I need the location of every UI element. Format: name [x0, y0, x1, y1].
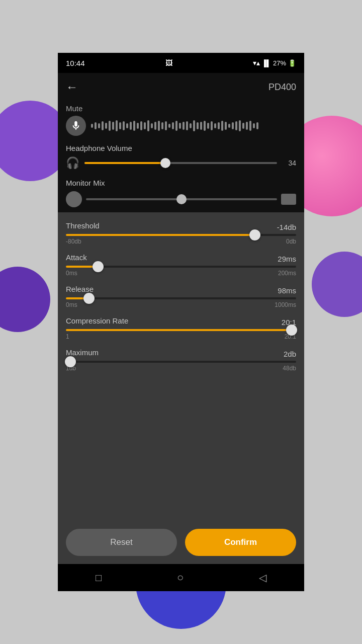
headphone-volume-section: Headphone Volume 🎧 34: [58, 141, 304, 176]
threshold-slider-container: -14db: [66, 234, 296, 236]
threshold-value: -14db: [277, 223, 296, 231]
wifi-icon: ▾▴: [253, 59, 260, 67]
attack-min: 0ms: [66, 270, 77, 277]
top-bar: ← PD400: [58, 73, 304, 101]
attack-slider-container: 29ms: [66, 266, 296, 268]
monitor-icon-1: [66, 191, 82, 207]
headphone-volume-fill: [84, 162, 165, 164]
decorative-blob-4: [312, 252, 362, 317]
compression-rate-section: Compression Rate 20:1 1 20:1: [66, 316, 296, 340]
compression-rate-thumb[interactable]: [286, 325, 297, 336]
mute-label: Mute: [66, 104, 296, 113]
release-label: Release: [66, 285, 296, 293]
monitor-mix-section: Monitor Mix: [58, 176, 304, 212]
back-button[interactable]: ←: [66, 80, 78, 94]
release-thumb[interactable]: [83, 293, 95, 304]
compression-rate-slider-container: 20:1: [66, 329, 296, 331]
headphone-volume-track[interactable]: [84, 162, 277, 164]
headphone-icon: 🎧: [66, 156, 79, 170]
phone-frame: 10:44 🖼 ▾▴ ▐▌ 27% 🔋 ← PD400 Mute: [58, 53, 304, 591]
confirm-button[interactable]: Confirm: [185, 529, 296, 556]
attack-label: Attack: [66, 253, 296, 262]
threshold-fill: [66, 234, 255, 236]
mic-icon[interactable]: [66, 116, 86, 136]
maximum-value: 2db: [284, 350, 296, 358]
release-min: 0ms: [66, 301, 77, 308]
monitor-mix-row: [66, 191, 296, 207]
signal-icon: ▐▌: [262, 59, 271, 67]
headphone-volume-row: 🎧 34: [66, 156, 296, 170]
main-panel: Threshold -14db -80db 0db Attack 29ms: [58, 212, 304, 564]
maximum-thumb[interactable]: [65, 356, 76, 367]
monitor-icon-2: [281, 194, 296, 205]
mute-bar: [66, 116, 296, 136]
compression-rate-fill: [66, 329, 292, 331]
attack-value: 29ms: [278, 255, 296, 263]
decorative-blob-2: [0, 267, 50, 332]
release-range: 0ms 1000ms: [66, 301, 296, 308]
monitor-mix-thumb[interactable]: [176, 194, 187, 204]
gallery-icon: 🖼: [165, 59, 172, 67]
mute-section: Mute: [58, 101, 304, 141]
nav-bar: □ ○ ◁: [58, 564, 304, 591]
monitor-mix-track[interactable]: [86, 198, 277, 200]
compression-rate-min: 1: [66, 333, 69, 340]
maximum-section: Maximum 2db 1db 48db: [66, 348, 296, 372]
waveform: [91, 120, 296, 131]
device-name: PD400: [268, 82, 296, 93]
headphone-volume-value: 34: [282, 159, 296, 167]
attack-section: Attack 29ms 0ms 200ms: [66, 253, 296, 277]
threshold-track[interactable]: [66, 234, 296, 236]
threshold-label: Threshold: [66, 221, 296, 230]
nav-back-button[interactable]: ◁: [259, 572, 266, 584]
release-value: 98ms: [278, 286, 296, 295]
threshold-min: -80db: [66, 238, 81, 245]
status-bar: 10:44 🖼 ▾▴ ▐▌ 27% 🔋: [58, 53, 304, 73]
battery-icon: 🔋: [288, 59, 296, 67]
attack-thumb[interactable]: [93, 261, 104, 272]
monitor-mix-label: Monitor Mix: [66, 179, 296, 187]
threshold-range: -80db 0db: [66, 238, 296, 245]
button-row: Reset Confirm: [58, 523, 304, 564]
panel-content: Threshold -14db -80db 0db Attack 29ms: [58, 212, 304, 523]
release-section: Release 98ms 0ms 1000ms: [66, 285, 296, 308]
threshold-thumb[interactable]: [249, 229, 260, 240]
status-time: 10:44: [66, 59, 85, 67]
nav-circle-button[interactable]: ○: [177, 571, 184, 584]
compression-rate-label: Compression Rate: [66, 316, 296, 325]
nav-square-button[interactable]: □: [96, 572, 102, 584]
maximum-label: Maximum: [66, 348, 296, 357]
maximum-range: 1db 48db: [66, 365, 296, 372]
threshold-max: 0db: [286, 238, 296, 245]
compression-rate-track[interactable]: [66, 329, 296, 331]
maximum-track[interactable]: [66, 361, 296, 363]
status-icons: ▾▴ ▐▌ 27% 🔋: [253, 59, 296, 67]
attack-max: 200ms: [278, 270, 296, 277]
compression-rate-range: 1 20:1: [66, 333, 296, 340]
maximum-max: 48db: [283, 365, 296, 372]
battery-level: 27%: [273, 59, 286, 67]
headphone-volume-label: Headphone Volume: [66, 144, 296, 152]
reset-button[interactable]: Reset: [66, 529, 177, 556]
release-track[interactable]: [66, 297, 296, 299]
release-max: 1000ms: [275, 301, 296, 308]
headphone-volume-thumb[interactable]: [160, 158, 170, 168]
release-slider-container: 98ms: [66, 297, 296, 299]
threshold-section: Threshold -14db -80db 0db: [66, 221, 296, 245]
attack-track[interactable]: [66, 266, 296, 268]
maximum-slider-container: 2db: [66, 361, 296, 363]
